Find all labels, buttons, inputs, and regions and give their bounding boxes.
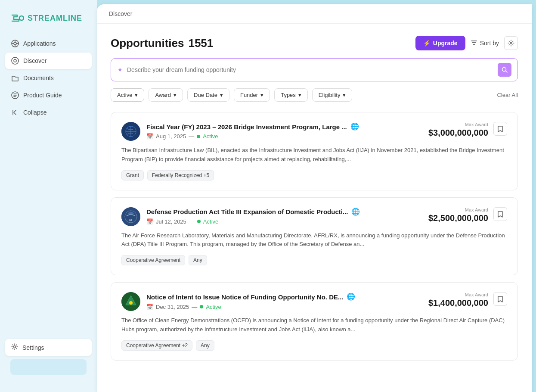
settings-gear-button[interactable] (504, 36, 518, 50)
search-submit-button[interactable] (498, 63, 511, 77)
filter-types[interactable]: Types ▾ (274, 88, 308, 102)
svg-point-0 (19, 16, 24, 20)
org-avatar-2: AF (121, 207, 140, 226)
opp-left-1: Fiscal Year (FY) 2023 – 2026 Bridge Inve… (121, 122, 428, 141)
opp-right-1: Max Award $3,000,000,000 (428, 122, 507, 138)
opportunity-card-1[interactable]: Fiscal Year (FY) 2023 – 2026 Bridge Inve… (111, 112, 518, 190)
applications-label: Applications (23, 40, 56, 47)
book-icon (11, 91, 19, 99)
documents-label: Documents (23, 75, 54, 81)
product-guide-label: Product Guide (23, 92, 62, 99)
svg-point-15 (121, 207, 140, 226)
opportunity-card-3[interactable]: Notice of Intent to Issue Notice of Fund… (111, 282, 518, 361)
chevron-down-icon: ▾ (220, 92, 223, 98)
page-title: Opportunities 1551 (111, 37, 213, 50)
opp-title-group-1: Fiscal Year (FY) 2023 – 2026 Bridge Inve… (146, 122, 428, 140)
sort-button[interactable]: Sort by (471, 39, 499, 47)
magic-search-icon: ✦ (117, 66, 123, 74)
org-avatar-1 (121, 122, 140, 141)
sidebar-item-applications[interactable]: Applications (5, 35, 92, 52)
content-area: Opportunities 1551 ⚡ Upgrade Sort by (97, 24, 532, 392)
filter-due-date-label: Due Date (194, 92, 217, 98)
sort-label: Sort by (480, 40, 499, 47)
svg-text:AF: AF (129, 218, 133, 222)
opportunities-title: Opportunities (111, 37, 184, 50)
tag-coop-3: Cooperative Agreement +2 (121, 340, 192, 351)
logo-text: STREAMLINE (28, 14, 82, 23)
sidebar-item-documents[interactable]: Documents (5, 70, 92, 86)
sidebar-item-discover[interactable]: Discover (5, 53, 92, 69)
sidebar-item-collapse[interactable]: Collapse (5, 104, 92, 121)
chevron-down-icon: ▾ (135, 92, 138, 98)
search-input[interactable] (127, 66, 493, 73)
page-header: Opportunities 1551 ⚡ Upgrade Sort by (111, 36, 518, 50)
opp-left-2: AF Defense Production Act Title III Expa… (121, 207, 428, 226)
active-label-2: Active (203, 218, 218, 225)
max-award-value-2: $2,500,000,000 (428, 213, 488, 223)
breadcrumb: Discover (109, 10, 132, 17)
opp-tags-2: Cooperative Agreement Any (121, 255, 507, 265)
filter-types-label: Types (281, 92, 296, 98)
max-award-2: Max Award $2,500,000,000 (428, 207, 488, 223)
nav-bottom: Settings (0, 339, 97, 383)
calendar-icon-2: 📅 (146, 218, 153, 225)
upgrade-label: Upgrade (433, 40, 458, 47)
max-award-value-1: $3,000,000,000 (428, 128, 488, 138)
bookmark-button-2[interactable] (493, 207, 507, 221)
filter-funder[interactable]: Funder ▾ (234, 88, 270, 102)
settings-item[interactable]: Settings (5, 339, 92, 356)
max-award-label-1: Max Award (428, 122, 488, 127)
opp-date-3: Dec 31, 2025 (156, 304, 189, 310)
tag-any-2: Any (189, 255, 207, 265)
folder-icon (11, 74, 19, 82)
chevron-down-icon: ▾ (260, 92, 263, 98)
compass-icon (11, 57, 19, 65)
opp-right-3: Max Award $1,400,000,000 (428, 292, 507, 308)
opp-description-1: The Bipartisan Infrastructure Law (BIL),… (121, 146, 507, 164)
calendar-icon-1: 📅 (146, 133, 153, 140)
opp-description-3: The Office of Clean Energy Demonstration… (121, 316, 507, 334)
filter-eligibility[interactable]: Eligibility ▾ (312, 88, 353, 102)
topbar: Discover (97, 4, 532, 24)
opp-header-2: AF Defense Production Act Title III Expa… (121, 207, 507, 226)
sidebar-item-product-guide[interactable]: Product Guide (5, 87, 92, 103)
header-actions: ⚡ Upgrade Sort by (415, 36, 518, 50)
max-award-3: Max Award $1,400,000,000 (428, 292, 488, 308)
collapse-label: Collapse (23, 109, 46, 116)
opp-meta-1: 📅 Aug 1, 2025 — Active (146, 133, 428, 140)
filter-funder-label: Funder (240, 92, 258, 98)
filter-active[interactable]: Active ▾ (111, 88, 144, 102)
logo: STREAMLINE (0, 9, 97, 35)
settings-label: Settings (22, 344, 44, 351)
opp-tags-1: Grant Federally Recognized +5 (121, 170, 507, 180)
svg-point-2 (14, 42, 16, 45)
dash-2: — (189, 218, 195, 225)
grid-icon (11, 40, 19, 47)
filter-award[interactable]: Award ▾ (149, 88, 183, 102)
opp-title-1: Fiscal Year (FY) 2023 – 2026 Bridge Inve… (146, 122, 428, 131)
chevron-down-icon: ▾ (174, 92, 177, 98)
filter-award-label: Award (155, 92, 171, 98)
dash-1: — (189, 133, 194, 140)
opp-left-3: Notice of Intent to Issue Notice of Fund… (121, 292, 428, 311)
opportunities-count: 1551 (188, 37, 213, 50)
arrow-left-icon (11, 109, 19, 116)
opp-header-1: Fiscal Year (FY) 2023 – 2026 Bridge Inve… (121, 122, 507, 141)
active-dot-3 (200, 305, 203, 308)
upgrade-button[interactable]: ⚡ Upgrade (415, 36, 465, 50)
main-content: Discover Opportunities 1551 ⚡ Upgrade (97, 4, 532, 392)
globe-icon-1: 🌐 (350, 122, 359, 131)
chevron-down-icon: ▾ (343, 92, 346, 98)
opportunity-card-2[interactable]: AF Defense Production Act Title III Expa… (111, 197, 518, 276)
active-dot-1 (197, 135, 200, 138)
bookmark-button-3[interactable] (493, 292, 507, 306)
max-award-value-3: $1,400,000,000 (428, 298, 488, 308)
filter-due-date[interactable]: Due Date ▾ (187, 88, 229, 102)
bookmark-button-1[interactable] (493, 122, 507, 136)
tag-grant-1: Grant (121, 170, 144, 180)
opp-description-2: The Air Force Research Laboratory, Mater… (121, 231, 507, 249)
sort-icon (471, 39, 477, 47)
tag-any-3: Any (196, 340, 214, 351)
clear-all-button[interactable]: Clear All (497, 92, 518, 98)
opp-date-1: Aug 1, 2025 (156, 133, 186, 140)
